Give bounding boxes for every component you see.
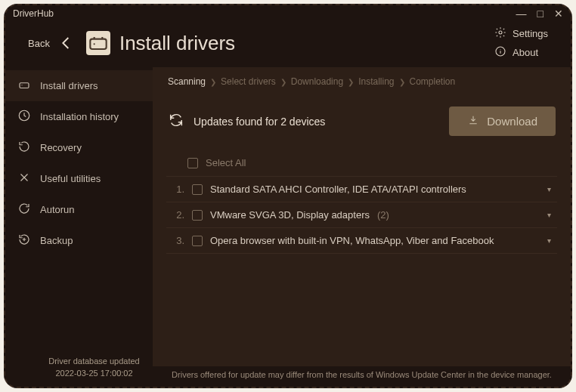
breadcrumb: Scanning ❯ Select drivers ❯ Downloading … (153, 67, 571, 96)
sidebar-item-installation-history[interactable]: Installation history (5, 101, 153, 132)
svg-point-5 (21, 85, 22, 85)
download-icon (467, 114, 479, 128)
driver-row[interactable]: 2. VMware SVGA 3D, Display adapters (2) … (166, 202, 557, 228)
svg-rect-4 (20, 83, 29, 88)
updates-row: Updates found for 2 devices Download (153, 96, 571, 150)
row-checkbox[interactable] (192, 184, 203, 195)
sidebar-item-autorun[interactable]: Autorun (5, 194, 153, 225)
select-all-checkbox[interactable] (187, 158, 198, 168)
tools-icon (17, 171, 31, 187)
chevron-right-icon: ❯ (210, 78, 216, 86)
updates-summary: Updates found for 2 devices (168, 112, 325, 131)
back-arrow-icon (56, 32, 77, 54)
sidebar-item-label: Recovery (40, 142, 82, 153)
db-date: 2022-03-25 17:00:02 (20, 368, 168, 379)
sidebar-item-recovery[interactable]: Recovery (5, 132, 153, 163)
svg-point-1 (94, 43, 95, 45)
select-all-label: Select All (206, 157, 246, 168)
gear-icon (494, 26, 506, 41)
row-number: 1. (172, 184, 184, 195)
header-right: Settings About (494, 26, 548, 60)
minimize-button[interactable]: — (516, 8, 527, 19)
titlebar: DriverHub — □ ✕ (5, 5, 571, 22)
backup-icon (17, 233, 31, 248)
row-number: 3. (172, 235, 184, 246)
drive-icon (86, 31, 110, 55)
sidebar-item-useful-utilities[interactable]: Useful utilities (5, 163, 153, 194)
row-count: (2) (377, 209, 389, 221)
download-button[interactable]: Download (449, 106, 556, 136)
sidebar-item-install-drivers[interactable]: Install drivers (5, 70, 153, 101)
back-label: Back (28, 38, 50, 49)
select-all-row[interactable]: Select All (166, 150, 557, 177)
restore-icon (17, 140, 31, 156)
sidebar-item-backup[interactable]: Backup (5, 225, 153, 256)
row-label: Standard SATA AHCI Controller, IDE ATA/A… (210, 184, 466, 195)
updates-text: Updates found for 2 devices (194, 116, 325, 128)
close-button[interactable]: ✕ (554, 8, 563, 19)
row-label: VMware SVGA 3D, Display adapters (210, 209, 370, 221)
svg-point-2 (499, 31, 502, 34)
db-status: Driver database updated 2022-03-25 17:00… (20, 356, 168, 379)
settings-link[interactable]: Settings (494, 26, 548, 41)
sidebar-item-label: Useful utilities (40, 173, 101, 184)
download-label: Download (487, 115, 537, 128)
info-icon (494, 45, 506, 60)
sidebar: Install drivers Installation history Rec… (5, 67, 153, 366)
driver-row[interactable]: 1. Standard SATA AHCI Controller, IDE AT… (166, 177, 557, 202)
main-panel: Scanning ❯ Select drivers ❯ Downloading … (153, 67, 571, 366)
settings-label: Settings (513, 28, 548, 39)
app-title: DriverHub (13, 8, 54, 19)
disclaimer: Drivers offered for update may differ fr… (168, 370, 556, 379)
app-window: DriverHub — □ ✕ Back Install drivers Set… (4, 4, 572, 388)
sidebar-item-label: Autorun (40, 204, 75, 215)
header: Back Install drivers Settings About (5, 22, 571, 67)
sidebar-item-label: Backup (40, 235, 73, 246)
svg-rect-0 (90, 39, 106, 49)
chevron-right-icon: ❯ (280, 78, 286, 86)
chevron-down-icon: ▾ (547, 211, 551, 219)
window-controls: — □ ✕ (516, 8, 563, 19)
chevron-right-icon: ❯ (348, 78, 354, 86)
row-label: Opera browser with built-in VPN, WhatsAp… (210, 235, 494, 246)
breadcrumb-step-downloading[interactable]: Downloading (291, 76, 343, 87)
clock-icon (17, 109, 31, 125)
page-title: Install drivers (119, 32, 235, 55)
sidebar-item-label: Installation history (40, 111, 119, 122)
row-checkbox[interactable] (192, 236, 203, 246)
about-link[interactable]: About (494, 45, 548, 60)
back-button[interactable]: Back (28, 32, 77, 54)
breadcrumb-step-select[interactable]: Select drivers (221, 76, 276, 87)
breadcrumb-step-completion[interactable]: Completion (410, 76, 456, 87)
footer: Driver database updated 2022-03-25 17:00… (5, 356, 571, 379)
header-left: Back Install drivers (28, 31, 235, 55)
drive-icon (17, 78, 31, 94)
sidebar-item-label: Install drivers (40, 80, 98, 91)
about-label: About (513, 47, 538, 58)
db-label: Driver database updated (20, 356, 168, 367)
breadcrumb-step-scanning[interactable]: Scanning (168, 76, 206, 87)
chevron-right-icon: ❯ (399, 78, 405, 86)
driver-row[interactable]: 3. Opera browser with built-in VPN, What… (166, 228, 557, 254)
chevron-down-icon: ▾ (547, 185, 551, 193)
sync-icon (168, 112, 184, 131)
body: Install drivers Installation history Rec… (5, 67, 571, 366)
row-checkbox[interactable] (192, 210, 203, 221)
chevron-down-icon: ▾ (547, 236, 551, 245)
breadcrumb-step-installing[interactable]: Installing (358, 76, 394, 87)
driver-list: Select All 1. Standard SATA AHCI Control… (153, 150, 571, 254)
refresh-icon (17, 202, 31, 218)
row-number: 2. (172, 209, 184, 221)
maximize-button[interactable]: □ (537, 8, 543, 19)
